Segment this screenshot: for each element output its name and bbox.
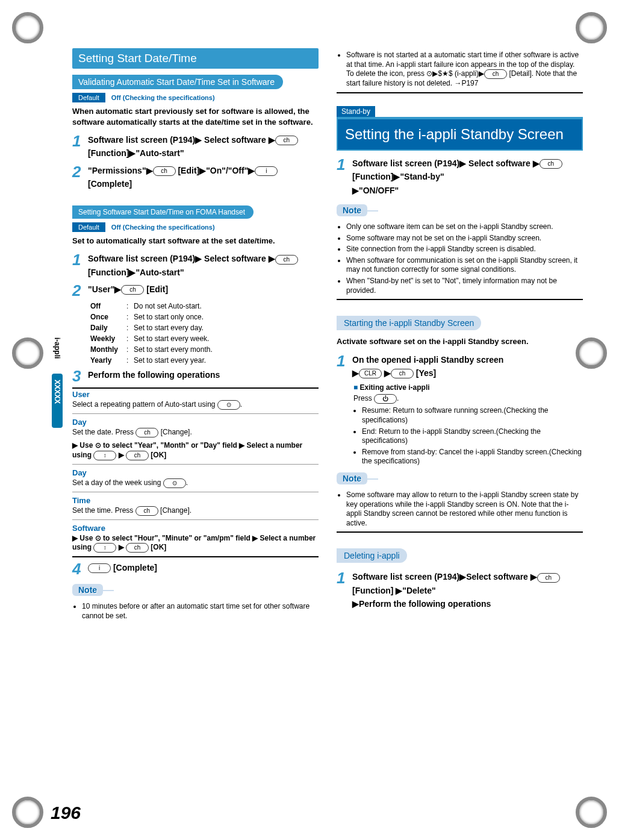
- note-list: Only one software item can be set on the…: [337, 222, 583, 295]
- text: [Edit]: [176, 166, 200, 175]
- text: Exiting active i-appli: [360, 383, 430, 392]
- divider: [72, 556, 319, 557]
- field-label: User: [72, 390, 319, 399]
- options-list: Off:Do not set Auto-start. Once:Set to s…: [90, 302, 319, 365]
- binder-ring: [576, 337, 607, 369]
- binder-ring: [576, 12, 607, 43]
- divider: [72, 492, 319, 492]
- text: On the opened i-appli Standby screen: [352, 355, 503, 365]
- text: Set the time. Press: [72, 506, 135, 515]
- field-label: Software: [72, 524, 319, 533]
- opt-name: Once: [90, 313, 126, 321]
- step-1: 1 Software list screen (P194)▶ Select so…: [72, 133, 319, 160]
- step-number: 1: [72, 252, 88, 268]
- key-icon: ch: [126, 451, 149, 460]
- list-item: End: Return to the i-appli Standby scree…: [362, 427, 583, 446]
- intro-text: When automatic start previously set for …: [72, 106, 319, 127]
- option-row: Off:Do not set Auto-start.: [90, 302, 319, 310]
- sub-heading: Validating Automatic Start Date/Time Set…: [72, 75, 283, 89]
- text: Perform the following operations: [359, 599, 491, 609]
- note-item: Site connection from the i-appli Standby…: [346, 245, 583, 254]
- text: Select software: [466, 158, 533, 168]
- field-desc: Set the time. Press ch [Change].: [72, 506, 319, 516]
- opt-desc: Set to start every year.: [134, 356, 319, 365]
- text: "Permissions": [88, 166, 146, 175]
- field-label: Time: [72, 496, 319, 505]
- text: [Complete]: [88, 179, 132, 189]
- step-number: 2: [72, 164, 88, 180]
- list-item: Remove from stand-by: Cancel the i-appli…: [362, 448, 583, 466]
- side-tab-label: i-appli: [53, 337, 61, 359]
- text: [Change].: [158, 428, 191, 436]
- option-row: Once:Set to start only once.: [90, 313, 319, 321]
- text: "Delete": [402, 586, 435, 595]
- binder-ring: [12, 797, 43, 828]
- default-value: Off (Checking the specifications): [105, 93, 221, 102]
- step-3: 3 Perform the following operations: [72, 368, 319, 384]
- key-icon: ch: [126, 543, 149, 553]
- text: [OK]: [149, 451, 166, 459]
- note-item: When "Stand-by net" is set to "Not", tim…: [346, 277, 583, 295]
- page-number: 196: [51, 803, 81, 823]
- text: [OK]: [149, 543, 166, 551]
- step-text: "User"▶ch [Edit]: [88, 283, 319, 296]
- step-1: 1 Software list screen (P194)▶ Select so…: [337, 157, 583, 197]
- power-key-icon: ⏻: [374, 394, 397, 404]
- note-list: 10 minutes before or after an automatic …: [72, 602, 319, 621]
- note-label: Note: [337, 472, 367, 484]
- field-label: Day: [72, 418, 319, 427]
- text: [Function]: [352, 586, 396, 595]
- updown-icon: ↕: [93, 543, 116, 553]
- note-item: Some software may not be set on the i-ap…: [346, 234, 583, 243]
- step-2: 2 "Permissions"▶ch [Edit]▶"On"/"Off"▶i […: [72, 164, 319, 191]
- text: "On"/"Off": [206, 166, 248, 175]
- sub-heading: Starting the i-appli Standby Screen: [337, 316, 481, 330]
- binder-ring: [12, 12, 43, 43]
- opt-desc: Set to start every week.: [134, 334, 319, 343]
- text: [Function]: [352, 172, 393, 181]
- note-label: Note: [72, 584, 103, 596]
- text: [Edit]: [144, 284, 168, 294]
- divider: [337, 531, 583, 533]
- opt-desc: Set to start only once.: [134, 313, 319, 321]
- default-value: Off (Checking the specifications): [105, 222, 221, 232]
- step-text: On the opened i-appli Standby screen ▶CL…: [352, 353, 583, 380]
- sub-section: ■ Exiting active i-appli Press ⏻. Resume…: [353, 383, 583, 466]
- field-usage: ▶ Use ⊙ to select "Hour", "Minute" or "a…: [72, 534, 319, 553]
- text: Software list screen (P194): [88, 254, 195, 263]
- text: Select software: [466, 572, 530, 581]
- right-column: Software is not started at a automatic s…: [337, 48, 583, 623]
- text: Select a repeating pattern of Auto-start…: [72, 400, 217, 409]
- option-row: Daily:Set to start every day.: [90, 324, 319, 332]
- key-icon: ch: [537, 573, 560, 583]
- note-item: When software for communication is set o…: [346, 256, 583, 275]
- text: Press: [353, 395, 374, 403]
- field-usage: ▶ Use ⊙ to select "Year", "Month" or "Da…: [72, 441, 319, 460]
- text: [Function]: [88, 268, 129, 277]
- step-text: i [Complete]: [88, 561, 319, 574]
- option-row: Monthly:Set to start every month.: [90, 345, 319, 354]
- step-text: Perform the following operations: [88, 368, 319, 381]
- step-number: 4: [72, 561, 88, 577]
- note-list: Some software may allow to return to the…: [337, 491, 583, 528]
- text: Select software: [202, 135, 269, 145]
- key-icon: i: [88, 563, 111, 573]
- step-text: Software list screen (P194)▶Select softw…: [352, 570, 583, 610]
- step-text: "Permissions"▶ch [Edit]▶"On"/"Off"▶i [Co…: [88, 164, 319, 191]
- option-row: Yearly:Set to start every year.: [90, 356, 319, 365]
- opt-name: Monthly: [90, 345, 126, 354]
- manual-page: i-appli XXXXX Setting Start Date/Time Va…: [0, 0, 619, 840]
- dpad-icon: ⊙: [163, 478, 186, 488]
- text: Software list screen (P194): [88, 135, 195, 145]
- side-tab-xxxxx: XXXXX: [53, 380, 61, 404]
- step-number: 1: [337, 353, 352, 369]
- list-item: Resume: Return to software running scree…: [362, 406, 583, 425]
- key-icon: ch: [540, 159, 562, 169]
- note-item: Only one software item can be set on the…: [346, 222, 583, 232]
- text: Set a day of the week using: [72, 478, 163, 487]
- text: "ON/OFF": [359, 186, 399, 195]
- step-text: Software list screen (P194)▶ Select soft…: [88, 252, 319, 279]
- key-icon: ch: [135, 428, 158, 437]
- field-label: Day: [72, 468, 319, 477]
- step-number: 1: [337, 157, 352, 172]
